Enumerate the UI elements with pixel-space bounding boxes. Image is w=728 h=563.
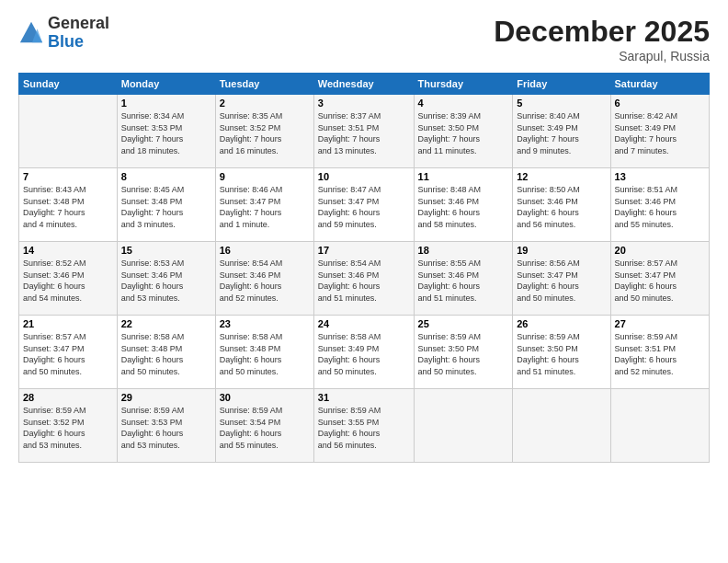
logo-general: General	[48, 14, 109, 32]
day-info: Sunrise: 8:59 AM Sunset: 3:53 PM Dayligh…	[121, 405, 211, 451]
day-number: 28	[23, 392, 113, 403]
day-number: 30	[220, 392, 310, 403]
table-row	[414, 389, 513, 463]
table-row: 25Sunrise: 8:59 AM Sunset: 3:50 PM Dayli…	[414, 316, 513, 389]
table-row: 31Sunrise: 8:59 AM Sunset: 3:55 PM Dayli…	[313, 389, 414, 463]
table-row: 30Sunrise: 8:59 AM Sunset: 3:54 PM Dayli…	[215, 389, 313, 463]
day-number: 2	[220, 98, 310, 109]
day-number: 1	[121, 98, 211, 109]
day-info: Sunrise: 8:58 AM Sunset: 3:49 PM Dayligh…	[318, 331, 410, 377]
day-info: Sunrise: 8:35 AM Sunset: 3:52 PM Dayligh…	[220, 110, 310, 156]
day-info: Sunrise: 8:59 AM Sunset: 3:52 PM Dayligh…	[23, 405, 113, 451]
table-row: 27Sunrise: 8:59 AM Sunset: 3:51 PM Dayli…	[610, 316, 709, 389]
day-info: Sunrise: 8:59 AM Sunset: 3:54 PM Dayligh…	[220, 405, 310, 451]
calendar-week-row: 14Sunrise: 8:52 AM Sunset: 3:46 PM Dayli…	[19, 242, 710, 316]
day-number: 11	[418, 171, 509, 182]
day-info: Sunrise: 8:57 AM Sunset: 3:47 PM Dayligh…	[615, 258, 705, 304]
col-sunday: Sunday	[19, 74, 118, 95]
day-number: 5	[517, 98, 606, 109]
table-row: 22Sunrise: 8:58 AM Sunset: 3:48 PM Dayli…	[117, 316, 215, 389]
day-number: 25	[418, 318, 509, 329]
table-row: 3Sunrise: 8:37 AM Sunset: 3:51 PM Daylig…	[313, 95, 414, 168]
day-number: 29	[121, 392, 211, 403]
day-info: Sunrise: 8:59 AM Sunset: 3:50 PM Dayligh…	[517, 331, 606, 377]
day-number: 18	[418, 245, 509, 256]
day-number: 10	[318, 171, 410, 182]
day-number: 15	[121, 245, 211, 256]
day-number: 20	[615, 245, 705, 256]
table-row: 17Sunrise: 8:54 AM Sunset: 3:46 PM Dayli…	[313, 242, 414, 316]
day-info: Sunrise: 8:59 AM Sunset: 3:55 PM Dayligh…	[318, 405, 410, 451]
table-row	[19, 95, 118, 168]
day-info: Sunrise: 8:58 AM Sunset: 3:48 PM Dayligh…	[121, 331, 211, 377]
day-info: Sunrise: 8:51 AM Sunset: 3:46 PM Dayligh…	[615, 184, 705, 230]
table-row: 23Sunrise: 8:58 AM Sunset: 3:48 PM Dayli…	[215, 316, 313, 389]
day-info: Sunrise: 8:42 AM Sunset: 3:49 PM Dayligh…	[615, 110, 705, 156]
day-number: 3	[318, 98, 410, 109]
day-info: Sunrise: 8:54 AM Sunset: 3:46 PM Dayligh…	[318, 258, 410, 304]
table-row: 1Sunrise: 8:34 AM Sunset: 3:53 PM Daylig…	[117, 95, 215, 168]
day-info: Sunrise: 8:56 AM Sunset: 3:47 PM Dayligh…	[517, 258, 606, 304]
table-row: 6Sunrise: 8:42 AM Sunset: 3:49 PM Daylig…	[610, 95, 709, 168]
table-row: 18Sunrise: 8:55 AM Sunset: 3:46 PM Dayli…	[414, 242, 513, 316]
logo-text: General Blue	[48, 15, 109, 52]
day-info: Sunrise: 8:53 AM Sunset: 3:46 PM Dayligh…	[121, 258, 211, 304]
table-row: 20Sunrise: 8:57 AM Sunset: 3:47 PM Dayli…	[610, 242, 709, 316]
day-number: 6	[615, 98, 705, 109]
table-row: 8Sunrise: 8:45 AM Sunset: 3:48 PM Daylig…	[117, 168, 215, 242]
day-number: 8	[121, 171, 211, 182]
day-number: 12	[517, 171, 606, 182]
title-block: December 2025 Sarapul, Russia	[494, 15, 710, 63]
day-info: Sunrise: 8:37 AM Sunset: 3:51 PM Dayligh…	[318, 110, 410, 156]
table-row: 12Sunrise: 8:50 AM Sunset: 3:46 PM Dayli…	[513, 168, 610, 242]
table-row: 26Sunrise: 8:59 AM Sunset: 3:50 PM Dayli…	[513, 316, 610, 389]
logo: General Blue	[18, 15, 109, 52]
day-number: 21	[23, 318, 113, 329]
day-info: Sunrise: 8:50 AM Sunset: 3:46 PM Dayligh…	[517, 184, 606, 230]
day-info: Sunrise: 8:59 AM Sunset: 3:50 PM Dayligh…	[418, 331, 509, 377]
day-number: 22	[121, 318, 211, 329]
calendar-week-row: 21Sunrise: 8:57 AM Sunset: 3:47 PM Dayli…	[19, 316, 710, 389]
day-number: 14	[23, 245, 113, 256]
day-number: 9	[220, 171, 310, 182]
day-number: 24	[318, 318, 410, 329]
day-info: Sunrise: 8:55 AM Sunset: 3:46 PM Dayligh…	[418, 258, 509, 304]
table-row: 2Sunrise: 8:35 AM Sunset: 3:52 PM Daylig…	[215, 95, 313, 168]
day-info: Sunrise: 8:48 AM Sunset: 3:46 PM Dayligh…	[418, 184, 509, 230]
table-row: 19Sunrise: 8:56 AM Sunset: 3:47 PM Dayli…	[513, 242, 610, 316]
logo-blue: Blue	[48, 32, 84, 51]
day-info: Sunrise: 8:52 AM Sunset: 3:46 PM Dayligh…	[23, 258, 113, 304]
table-row: 29Sunrise: 8:59 AM Sunset: 3:53 PM Dayli…	[117, 389, 215, 463]
table-row: 15Sunrise: 8:53 AM Sunset: 3:46 PM Dayli…	[117, 242, 215, 316]
calendar-week-row: 28Sunrise: 8:59 AM Sunset: 3:52 PM Dayli…	[19, 389, 710, 463]
calendar-week-row: 1Sunrise: 8:34 AM Sunset: 3:53 PM Daylig…	[19, 95, 710, 168]
day-number: 23	[220, 318, 310, 329]
calendar-table: Sunday Monday Tuesday Wednesday Thursday…	[18, 73, 710, 463]
day-number: 7	[23, 171, 113, 182]
table-row: 14Sunrise: 8:52 AM Sunset: 3:46 PM Dayli…	[19, 242, 118, 316]
calendar-week-row: 7Sunrise: 8:43 AM Sunset: 3:48 PM Daylig…	[19, 168, 710, 242]
table-row	[513, 389, 610, 463]
table-row: 16Sunrise: 8:54 AM Sunset: 3:46 PM Dayli…	[215, 242, 313, 316]
col-friday: Friday	[513, 74, 610, 95]
day-info: Sunrise: 8:40 AM Sunset: 3:49 PM Dayligh…	[517, 110, 606, 156]
page-header: General Blue December 2025 Sarapul, Russ…	[18, 15, 710, 63]
table-row: 13Sunrise: 8:51 AM Sunset: 3:46 PM Dayli…	[610, 168, 709, 242]
day-info: Sunrise: 8:59 AM Sunset: 3:51 PM Dayligh…	[615, 331, 705, 377]
table-row: 24Sunrise: 8:58 AM Sunset: 3:49 PM Dayli…	[313, 316, 414, 389]
day-info: Sunrise: 8:46 AM Sunset: 3:47 PM Dayligh…	[220, 184, 310, 230]
month-title: December 2025	[494, 15, 710, 49]
day-number: 26	[517, 318, 606, 329]
table-row: 10Sunrise: 8:47 AM Sunset: 3:47 PM Dayli…	[313, 168, 414, 242]
location-subtitle: Sarapul, Russia	[494, 49, 710, 63]
table-row: 28Sunrise: 8:59 AM Sunset: 3:52 PM Dayli…	[19, 389, 118, 463]
day-number: 17	[318, 245, 410, 256]
col-wednesday: Wednesday	[313, 74, 414, 95]
day-number: 16	[220, 245, 310, 256]
col-thursday: Thursday	[414, 74, 513, 95]
day-info: Sunrise: 8:45 AM Sunset: 3:48 PM Dayligh…	[121, 184, 211, 230]
col-tuesday: Tuesday	[215, 74, 313, 95]
table-row: 9Sunrise: 8:46 AM Sunset: 3:47 PM Daylig…	[215, 168, 313, 242]
day-number: 4	[418, 98, 509, 109]
day-info: Sunrise: 8:58 AM Sunset: 3:48 PM Dayligh…	[220, 331, 310, 377]
